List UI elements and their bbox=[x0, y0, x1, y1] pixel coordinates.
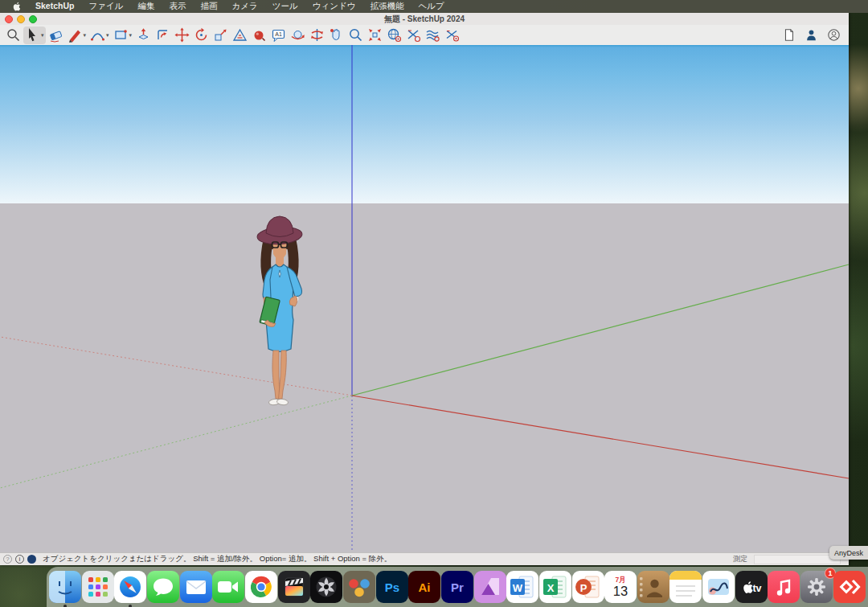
move-icon bbox=[174, 27, 190, 43]
svg-text:Ai: Ai bbox=[419, 580, 431, 594]
dock-premiere-pro[interactable]: Pr bbox=[441, 571, 473, 603]
tool-scale[interactable] bbox=[211, 27, 230, 44]
tool-tape-measure[interactable] bbox=[231, 27, 249, 44]
dock-affinity[interactable] bbox=[474, 571, 506, 603]
finder-icon bbox=[49, 571, 81, 603]
excel-icon: X bbox=[539, 571, 571, 603]
help-icon[interactable]: ? bbox=[3, 555, 12, 564]
dock-word[interactable]: W bbox=[506, 571, 538, 603]
tool-offset[interactable] bbox=[154, 27, 172, 44]
menu-item-8[interactable]: 拡張機能 bbox=[362, 1, 411, 12]
dock-safari[interactable] bbox=[114, 571, 146, 603]
scale-figure[interactable] bbox=[240, 209, 320, 410]
svg-text:Ps: Ps bbox=[384, 580, 399, 594]
dock-excel[interactable]: X bbox=[539, 571, 571, 603]
paint-bucket-icon bbox=[252, 27, 267, 43]
menu-item-4[interactable]: 描画 bbox=[193, 1, 224, 12]
compressor-icon bbox=[310, 571, 342, 603]
apple-tv-icon: tv bbox=[735, 571, 768, 603]
tool-sandbox-tools[interactable] bbox=[404, 27, 423, 44]
smooth-terrain-icon bbox=[444, 27, 460, 43]
geolocation-icon[interactable] bbox=[27, 555, 36, 564]
dock-davinci-resolve[interactable] bbox=[343, 571, 375, 603]
dock-illustrator[interactable]: Ai bbox=[408, 571, 440, 603]
tool-line[interactable]: ▾ bbox=[66, 27, 88, 44]
tool-soften-edges[interactable] bbox=[424, 27, 442, 44]
dock-finder[interactable] bbox=[49, 571, 81, 603]
tool-eraser[interactable] bbox=[47, 27, 65, 44]
menu-item-3[interactable]: 表示 bbox=[162, 1, 193, 12]
chrome-icon bbox=[245, 571, 277, 603]
dock-apple-tv[interactable]: tv bbox=[735, 571, 768, 603]
dock-calendar[interactable]: 7月13 bbox=[604, 571, 637, 603]
dock-mail[interactable] bbox=[180, 571, 212, 603]
dock-anydesk[interactable] bbox=[833, 571, 866, 603]
dock: PsAiPrWXP7月13tv1 bbox=[47, 567, 868, 607]
dock-system-settings[interactable]: 1 bbox=[800, 571, 833, 603]
tool-zoom-extents[interactable] bbox=[366, 27, 384, 44]
apple-menu[interactable] bbox=[11, 2, 20, 12]
menu-item-7[interactable]: ウィンドウ bbox=[305, 1, 363, 12]
desktop: { "menu_bar": { "items": ["SketchUp", "フ… bbox=[0, 0, 868, 607]
tool-text[interactable]: A1 bbox=[269, 27, 288, 44]
menu-sketchup[interactable]: SketchUp bbox=[28, 1, 81, 12]
menu-item-1[interactable]: ファイル bbox=[81, 1, 130, 12]
title-bar[interactable]: 無題 - SketchUp 2024 bbox=[0, 13, 849, 25]
account-icon bbox=[827, 28, 841, 42]
svg-text:A1: A1 bbox=[275, 31, 282, 37]
dock-messages[interactable] bbox=[147, 571, 179, 603]
menu-item-6[interactable]: ツール bbox=[265, 1, 305, 12]
word-icon: W bbox=[506, 571, 538, 603]
dock-freeform[interactable] bbox=[702, 571, 735, 603]
dock-final-cut-pro[interactable] bbox=[278, 571, 310, 603]
dock-facetime[interactable] bbox=[212, 571, 244, 603]
offset-icon bbox=[155, 27, 170, 43]
dock-compressor[interactable] bbox=[310, 571, 342, 603]
svg-text:W: W bbox=[513, 582, 523, 594]
info-icon[interactable]: i bbox=[15, 555, 24, 564]
new-document-button[interactable] bbox=[782, 28, 796, 42]
dock-powerpoint[interactable]: P bbox=[572, 571, 604, 603]
dock-photoshop[interactable]: Ps bbox=[376, 571, 408, 603]
davinci-resolve-icon bbox=[343, 571, 375, 603]
tool-smooth-terrain[interactable] bbox=[443, 27, 461, 44]
tool-paint-bucket[interactable] bbox=[250, 27, 268, 44]
dock-launchpad[interactable] bbox=[82, 571, 114, 603]
tool-3d-warehouse[interactable] bbox=[385, 27, 403, 44]
tool-push-pull[interactable] bbox=[134, 27, 153, 44]
final-cut-pro-icon bbox=[278, 571, 310, 603]
sign-in-button[interactable] bbox=[805, 28, 818, 42]
svg-text:P: P bbox=[579, 582, 587, 594]
text-icon: A1 bbox=[271, 27, 286, 43]
dock-contacts[interactable] bbox=[637, 571, 669, 603]
menu-item-9[interactable]: ヘルプ bbox=[411, 1, 451, 12]
push-pull-icon bbox=[136, 27, 151, 43]
tool-move[interactable] bbox=[173, 27, 191, 44]
tool-zoom[interactable] bbox=[346, 27, 365, 44]
dock-music[interactable] bbox=[768, 571, 800, 603]
menu-item-2[interactable]: 編集 bbox=[130, 1, 162, 12]
orbit-icon bbox=[290, 27, 305, 43]
model-viewport[interactable] bbox=[0, 45, 849, 552]
mail-icon bbox=[180, 571, 212, 603]
soften-edges-icon bbox=[425, 27, 440, 43]
anydesk-tab[interactable]: AnyDesk bbox=[829, 546, 868, 560]
tool-orbit[interactable] bbox=[289, 27, 307, 44]
tool-look-around[interactable] bbox=[308, 27, 326, 44]
menu-item-5[interactable]: カメラ bbox=[224, 1, 264, 12]
account-button[interactable] bbox=[827, 28, 841, 42]
svg-text:13: 13 bbox=[613, 584, 628, 598]
measurement-input[interactable] bbox=[754, 555, 841, 564]
tool-rotate[interactable] bbox=[192, 27, 211, 44]
dock-notes[interactable] bbox=[669, 571, 702, 603]
zoom-extents-icon bbox=[367, 27, 383, 43]
affinity-icon bbox=[474, 571, 506, 603]
status-bar: ? i オブジェクトをクリックまたはドラッグ。 Shift = 追加/除外。 O… bbox=[0, 552, 849, 565]
dock-chrome[interactable] bbox=[245, 571, 277, 603]
tool-search[interactable] bbox=[4, 27, 23, 44]
tool-select[interactable]: ▾ bbox=[23, 27, 46, 44]
dropdown-caret: ▾ bbox=[129, 32, 133, 39]
tool-rectangle[interactable]: ▾ bbox=[112, 27, 134, 44]
tool-arc[interactable]: ▾ bbox=[88, 27, 111, 44]
tool-pan[interactable] bbox=[327, 27, 346, 44]
